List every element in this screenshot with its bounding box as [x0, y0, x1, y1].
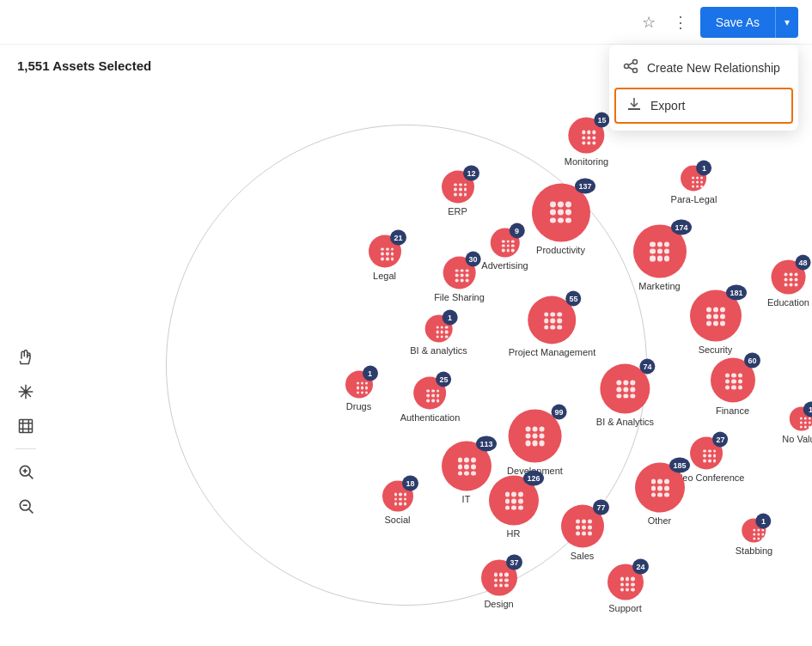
bubble-label-monitoring: Monitoring — [565, 156, 608, 167]
bubble-badge-marketing: 174 — [671, 220, 691, 235]
bubble-badge-monitoring: 15 — [594, 113, 609, 128]
bubble-para-legal[interactable]: 1Para-Legal — [671, 166, 717, 204]
bubble-label-hr: HR — [507, 528, 521, 539]
bubble-label-project-management: Project Management — [509, 347, 596, 357]
bubble-circle-development: 99 — [508, 410, 561, 463]
svg-line-20 — [29, 509, 34, 514]
export-label: Export — [650, 99, 685, 113]
bubble-label-design: Design — [484, 599, 513, 609]
bubble-support[interactable]: 24Support — [607, 564, 644, 613]
bubble-development[interactable]: 99Development — [507, 410, 563, 476]
save-as-arrow-button[interactable]: ▾ — [775, 7, 798, 38]
bubble-other[interactable]: 185Other — [635, 463, 685, 526]
bubble-label-drugs: Drugs — [346, 401, 371, 411]
bubble-badge-erp: 12 — [463, 166, 479, 181]
bubble-project-management[interactable]: 55Project Management — [509, 296, 596, 357]
bubble-circle-support: 24 — [607, 564, 644, 600]
hand-tool-button[interactable] — [14, 345, 38, 369]
bubble-bi-analytics-sm[interactable]: 1BI & analytics — [410, 315, 467, 356]
bubble-circle-video-conference: 27 — [691, 437, 723, 470]
bubble-label-bi-analytics-sm: BI & analytics — [410, 345, 467, 356]
bubble-badge-hr: 126 — [523, 471, 543, 486]
bubble-circle-stabbing: 1 — [742, 519, 766, 543]
export-item[interactable]: Export — [614, 88, 793, 124]
bubble-circle-sales: 77 — [561, 505, 604, 548]
bubble-badge-finance: 60 — [744, 353, 760, 369]
main-content: 1,551 Assets Selected — [0, 45, 812, 645]
bubble-no-value[interactable]: 1No Value — [782, 407, 812, 444]
bubble-badge-advertising: 9 — [509, 223, 524, 239]
bubble-circle-bi-analytics: 74 — [600, 364, 650, 414]
bubble-circle-no-value: 1 — [790, 407, 813, 431]
bubble-circle-erp: 12 — [442, 171, 474, 204]
bubble-it[interactable]: 113IT — [442, 442, 491, 504]
bubble-badge-security: 181 — [726, 285, 746, 301]
svg-point-2 — [633, 69, 638, 73]
bubble-circle-project-management: 55 — [528, 296, 577, 344]
zoom-out-button[interactable] — [14, 494, 38, 518]
bubble-label-social: Social — [385, 515, 411, 525]
bubble-label-advertising: Advertising — [481, 260, 528, 271]
bubble-sales[interactable]: 77Sales — [561, 505, 604, 561]
more-icon: ⋮ — [673, 13, 688, 32]
bubble-badge-sales: 77 — [593, 500, 608, 515]
bubble-circle-hr: 126 — [489, 476, 539, 526]
star-button[interactable]: ☆ — [637, 8, 661, 37]
bubble-education[interactable]: 48Education — [767, 260, 809, 308]
bubble-badge-authentication: 25 — [436, 372, 451, 387]
bubble-circle-drugs: 1 — [345, 371, 373, 399]
bubble-file-sharing[interactable]: 30File Sharing — [434, 257, 485, 302]
bubble-circle-social: 18 — [382, 481, 413, 512]
bubble-label-legal: Legal — [373, 271, 396, 281]
bubble-badge-design: 37 — [506, 555, 522, 570]
bubble-authentication[interactable]: 25Authentication — [400, 377, 461, 423]
bubble-badge-file-sharing: 30 — [465, 252, 480, 267]
bubble-circle-other: 185 — [635, 463, 685, 513]
bubble-label-bi-analytics: BI & Analytics — [596, 417, 654, 427]
bubble-drugs[interactable]: 1Drugs — [345, 371, 373, 411]
snowflake-tool-button[interactable] — [14, 380, 38, 404]
bubble-badge-video-conference: 27 — [712, 432, 728, 448]
export-icon — [626, 96, 642, 115]
bubble-finance[interactable]: 60Finance — [711, 358, 755, 416]
bubble-circle-authentication: 25 — [414, 377, 447, 410]
bubble-marketing[interactable]: 174Marketing — [633, 225, 687, 291]
bubble-label-no-value: No Value — [782, 434, 812, 444]
left-toolbar — [14, 345, 38, 518]
bubble-circle-finance: 60 — [711, 358, 755, 403]
zoom-in-button[interactable] — [14, 460, 38, 484]
bubble-bi-analytics[interactable]: 74BI & Analytics — [596, 364, 654, 427]
bubble-badge-it: 113 — [476, 436, 496, 452]
bubble-monitoring[interactable]: 15Monitoring — [565, 118, 608, 167]
bubble-circle-marketing: 174 — [633, 225, 687, 278]
header: ☆ ⋮ Save As ▾ — [0, 0, 812, 45]
bubble-stabbing[interactable]: 1Stabbing — [736, 519, 772, 556]
bubble-circle-security: 181 — [690, 290, 742, 342]
bubble-label-para-legal: Para-Legal — [671, 194, 717, 204]
relationship-icon — [623, 58, 638, 77]
bubble-design[interactable]: 37Design — [481, 560, 517, 609]
bubble-circle-para-legal: 1 — [681, 166, 706, 192]
bubble-label-education: Education — [767, 297, 809, 308]
bubble-advertising[interactable]: 9Advertising — [481, 229, 528, 271]
bubble-legal[interactable]: 21Legal — [369, 235, 401, 281]
bubble-label-erp: ERP — [448, 206, 467, 216]
create-relationship-label: Create New Relationship — [647, 61, 780, 75]
bubble-social[interactable]: 18Social — [382, 481, 413, 525]
bubble-badge-stabbing: 1 — [756, 514, 772, 529]
bubble-hr[interactable]: 126HR — [489, 476, 539, 539]
svg-rect-10 — [20, 420, 33, 433]
bubble-label-file-sharing: File Sharing — [434, 292, 485, 302]
frame-tool-button[interactable] — [14, 414, 38, 438]
save-as-button[interactable]: Save As — [700, 7, 775, 38]
bubble-security[interactable]: 181Security — [690, 290, 742, 355]
more-button[interactable]: ⋮ — [668, 8, 693, 37]
bubble-label-marketing: Marketing — [638, 281, 680, 291]
bubble-erp[interactable]: 12ERP — [442, 171, 474, 216]
svg-line-3 — [628, 63, 633, 65]
bubble-label-stabbing: Stabbing — [736, 545, 772, 556]
create-relationship-item[interactable]: Create New Relationship — [609, 50, 798, 86]
svg-point-0 — [625, 64, 629, 69]
bubble-badge-para-legal: 1 — [696, 161, 711, 176]
bubble-productivity[interactable]: 137Productivity — [532, 184, 590, 255]
